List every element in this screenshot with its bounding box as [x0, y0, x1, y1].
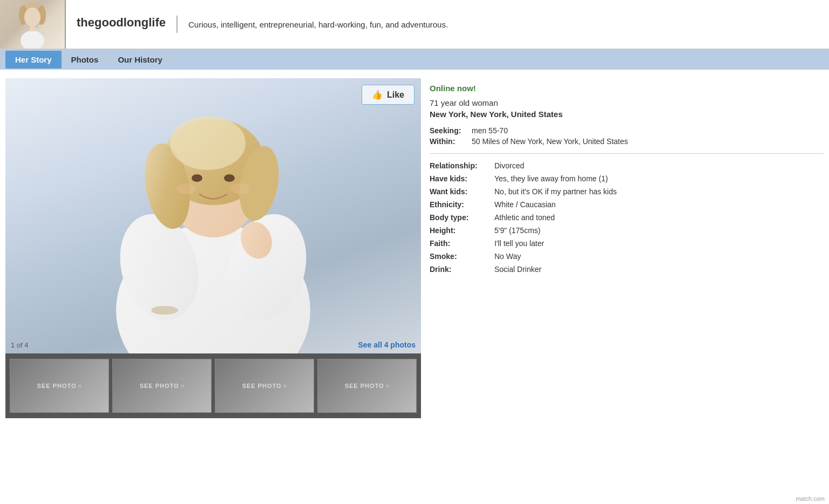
- photo-thumbnails: SEE PHOTO SEE PHOTO SEE PHOTO SEE PHOTO: [5, 353, 421, 418]
- within-row: Within: 50 Miles of New York, New York, …: [430, 137, 824, 146]
- tagline: Curious, intelligent, entrepreneurial, h…: [188, 20, 448, 29]
- online-status: Online now!: [430, 84, 824, 93]
- detail-row: Want kids:No, but it's OK if my partner …: [430, 187, 824, 196]
- tab-our-history[interactable]: Our History: [108, 51, 172, 69]
- divider: [430, 153, 824, 154]
- thumbs-up-icon: 👍: [372, 90, 383, 100]
- detail-row: Drink:Social Drinker: [430, 265, 824, 274]
- thumb-1-label: SEE PHOTO: [37, 383, 77, 389]
- detail-label: Height:: [430, 226, 494, 235]
- detail-label: Want kids:: [430, 187, 494, 196]
- header-info: thegoodlonglife Curious, intelligent, en…: [65, 0, 829, 49]
- detail-row: Faith:I'll tell you later: [430, 239, 824, 248]
- svg-point-5: [21, 31, 44, 49]
- detail-row: Relationship:Divorced: [430, 161, 824, 170]
- thumb-2[interactable]: SEE PHOTO: [112, 359, 212, 413]
- detail-label: Drink:: [430, 265, 494, 274]
- svg-point-4: [24, 8, 40, 27]
- detail-label: Ethnicity:: [430, 200, 494, 209]
- within-value: 50 Miles of New York, New York, United S…: [472, 137, 628, 146]
- detail-value: Social Drinker: [494, 265, 541, 274]
- main-photo: 👍 Like 1 of 4 See all 4 photos: [5, 78, 421, 353]
- svg-point-19: [230, 183, 250, 194]
- detail-value: No Way: [494, 252, 521, 261]
- detail-value: Yes, they live away from home (1): [494, 174, 608, 183]
- photo-counter: 1 of 4: [11, 341, 29, 349]
- detail-row: Body type:Athletic and toned: [430, 213, 824, 222]
- detail-row: Height:5'9" (175cms): [430, 226, 824, 235]
- age-location: 71 year old woman New York, New York, Un…: [430, 98, 824, 119]
- detail-label: Smoke:: [430, 252, 494, 261]
- thumb-3[interactable]: SEE PHOTO: [215, 359, 314, 413]
- profile-nav: Her Story Photos Our History: [0, 49, 829, 70]
- detail-label: Body type:: [430, 213, 494, 222]
- thumb-4[interactable]: SEE PHOTO: [317, 359, 417, 413]
- seeking-row: Seeking: men 55-70: [430, 126, 824, 135]
- within-label: Within:: [430, 137, 467, 146]
- detail-value: Athletic and toned: [494, 213, 555, 222]
- tab-her-story[interactable]: Her Story: [5, 51, 62, 69]
- svg-rect-6: [30, 26, 35, 31]
- svg-point-16: [192, 174, 202, 182]
- tab-photos[interactable]: Photos: [62, 51, 108, 69]
- detail-value: White / Caucasian: [494, 200, 556, 209]
- detail-label: Relationship:: [430, 161, 494, 170]
- detail-row: Have kids:Yes, they live away from home …: [430, 174, 824, 183]
- seeking-label: Seeking:: [430, 126, 467, 135]
- like-button[interactable]: 👍 Like: [362, 85, 414, 105]
- detail-row: Ethnicity:White / Caucasian: [430, 200, 824, 209]
- age-gender: 71 year old woman: [430, 98, 824, 107]
- thumb-3-label: SEE PHOTO: [242, 383, 282, 389]
- svg-point-17: [224, 174, 235, 182]
- see-all-photos-link[interactable]: See all 4 photos: [358, 340, 416, 349]
- avatar: [0, 0, 65, 49]
- info-section: Online now! 71 year old woman New York, …: [430, 78, 824, 418]
- thumb-1[interactable]: SEE PHOTO: [10, 359, 109, 413]
- seeking-value: men 55-70: [472, 126, 508, 135]
- detail-value: No, but it's OK if my partner has kids: [494, 187, 617, 196]
- like-label: Like: [387, 90, 404, 100]
- thumb-2-label: SEE PHOTO: [140, 383, 179, 389]
- svg-point-21: [151, 306, 178, 315]
- svg-point-15: [170, 116, 246, 170]
- detail-row: Smoke:No Way: [430, 252, 824, 261]
- detail-value: 5'9" (175cms): [494, 226, 540, 235]
- profile-header: thegoodlonglife Curious, intelligent, en…: [0, 0, 829, 49]
- svg-point-18: [176, 183, 196, 194]
- seeking-block: Seeking: men 55-70 Within: 50 Miles of N…: [430, 126, 824, 146]
- detail-label: Have kids:: [430, 174, 494, 183]
- photo-section: 👍 Like 1 of 4 See all 4 photos SEE PHOTO…: [5, 78, 421, 418]
- main-content: 👍 Like 1 of 4 See all 4 photos SEE PHOTO…: [0, 70, 829, 427]
- details-table: Relationship:DivorcedHave kids:Yes, they…: [430, 161, 824, 274]
- location: New York, New York, United States: [430, 110, 824, 119]
- detail-value: I'll tell you later: [494, 239, 544, 248]
- detail-value: Divorced: [494, 161, 524, 170]
- username: thegoodlonglife: [77, 16, 166, 30]
- detail-label: Faith:: [430, 239, 494, 248]
- thumb-4-label: SEE PHOTO: [345, 383, 384, 389]
